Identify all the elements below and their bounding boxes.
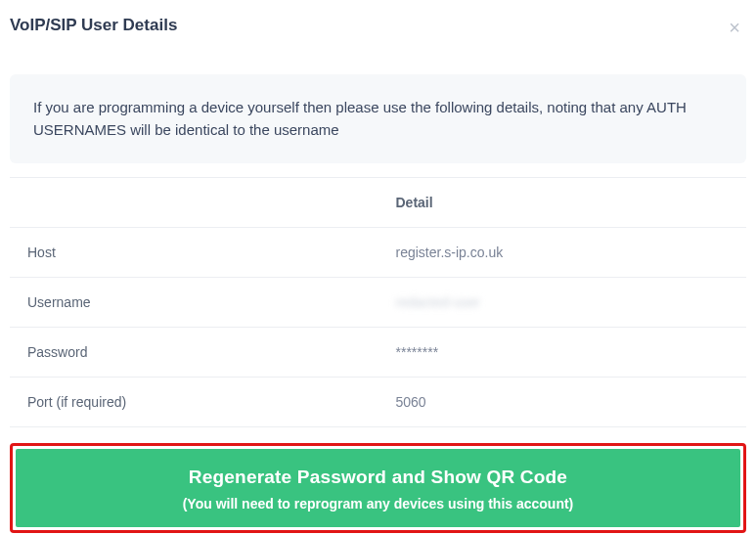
port-label: Port (if required) [10,377,378,426]
regenerate-main-label: Regenerate Password and Show QR Code [27,467,729,488]
regenerate-sub-label: (You will need to reprogram any devices … [27,496,729,512]
password-label: Password [10,327,378,377]
table-header-blank [10,177,378,227]
host-label: Host [10,227,378,277]
regenerate-password-button[interactable]: Regenerate Password and Show QR Code (Yo… [16,449,740,527]
info-banner: If you are programming a device yourself… [10,74,746,163]
table-row-password: Password ******** [10,327,746,377]
host-value: register.s-ip.co.uk [378,227,747,277]
table-header-row: Detail [10,177,746,227]
username-value: redacted-user [378,277,747,327]
port-value: 5060 [378,377,747,426]
modal-header: VoIP/SIP User Details × [10,10,746,49]
table-header-detail: Detail [378,177,747,227]
details-table: Detail Host register.s-ip.co.uk Username… [10,177,746,427]
modal-title: VoIP/SIP User Details [10,16,177,35]
password-value: ******** [378,327,747,377]
table-row-port: Port (if required) 5060 [10,377,746,426]
regenerate-highlight-box: Regenerate Password and Show QR Code (Yo… [10,443,746,533]
table-row-host: Host register.s-ip.co.uk [10,227,746,277]
close-button[interactable]: × [723,16,746,39]
table-row-username: Username redacted-user [10,277,746,327]
username-label: Username [10,277,378,327]
voip-user-details-modal: VoIP/SIP User Details × If you are progr… [0,0,756,534]
